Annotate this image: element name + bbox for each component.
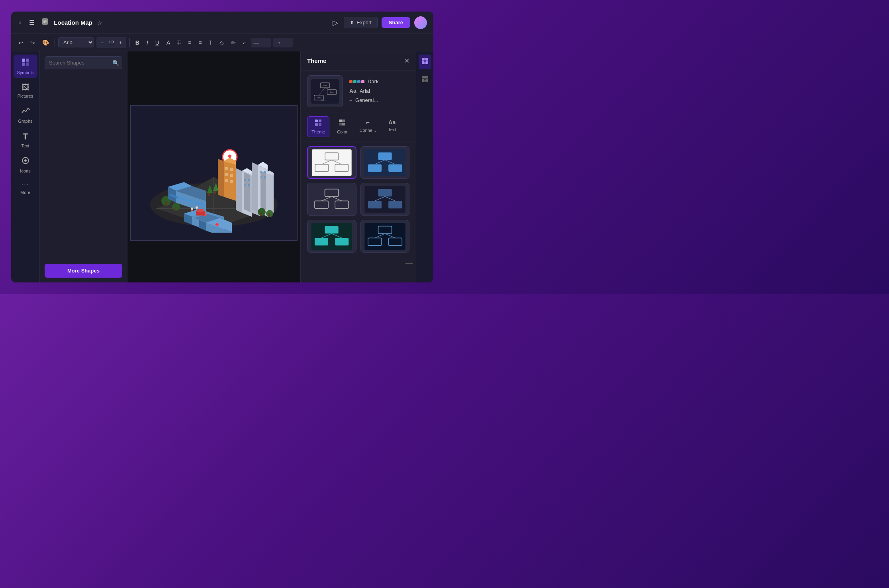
tab-connector-label: Conne... [360, 128, 376, 133]
svg-rect-48 [230, 168, 233, 171]
play-button[interactable]: ▷ [331, 17, 340, 29]
svg-rect-141 [425, 61, 428, 64]
left-sidebar: Symbols 🖼 Pictures Graphs T Text [11, 51, 40, 282]
svg-rect-68 [248, 184, 250, 186]
line-spacing-button[interactable]: ≡ [196, 38, 204, 47]
svg-rect-140 [422, 61, 425, 64]
tab-color[interactable]: Color [333, 116, 352, 137]
svg-rect-3 [43, 22, 45, 23]
svg-rect-65 [244, 179, 246, 181]
doc-title: Location Map [54, 19, 92, 26]
svg-rect-69 [260, 171, 262, 173]
font-size-increase[interactable]: + [117, 38, 125, 47]
shapes-spacer [40, 74, 127, 259]
text-style-button[interactable]: T [207, 38, 215, 47]
tab-text[interactable]: Aa Text [384, 116, 400, 137]
svg-rect-66 [248, 179, 250, 181]
font-size-decrease[interactable]: − [98, 38, 106, 47]
svg-rect-82 [214, 191, 216, 194]
location-pin [218, 150, 237, 201]
svg-marker-55 [236, 168, 242, 213]
corner-button[interactable]: ⌐ [241, 38, 249, 47]
tab-theme-label: Theme [311, 129, 325, 134]
theme-font-row: Aa Arial [349, 88, 378, 94]
bold-button[interactable]: B [133, 38, 142, 47]
header-left: ‹ ☰ Location Map ☆ [18, 17, 326, 28]
buildings-right [236, 162, 274, 217]
avatar [414, 16, 427, 29]
undo-button[interactable]: ↩ [16, 38, 25, 47]
icons-icon [21, 156, 30, 167]
tab-text-label: Text [388, 127, 396, 132]
canvas-area[interactable]: ✦ [127, 51, 300, 282]
text-icon: T [23, 131, 28, 142]
theme-card-5[interactable] [307, 220, 356, 253]
font-select[interactable]: Arial Helvetica Times New Roman [58, 37, 94, 47]
svg-rect-94 [315, 120, 318, 122]
tab-theme-icon [315, 119, 322, 128]
symbols-icon [21, 58, 30, 69]
panel-close-button[interactable]: ✕ [404, 57, 409, 65]
svg-rect-7 [26, 63, 29, 66]
export-button[interactable]: ⬆ Export [344, 17, 378, 28]
svg-rect-80 [208, 193, 210, 196]
star-icon: ☆ [97, 20, 102, 26]
theme-color-row: Dark [349, 78, 378, 84]
tab-connector[interactable]: ⌐ Conne... [355, 116, 381, 137]
svg-rect-95 [319, 120, 321, 122]
sidebar-item-symbols[interactable]: Symbols [14, 55, 37, 78]
line-style-button[interactable]: — [251, 38, 271, 47]
sidebar-item-icons[interactable]: Icons [14, 153, 37, 176]
svg-rect-1 [43, 20, 47, 21]
shape-button[interactable]: ◇ [217, 38, 226, 47]
paint-button[interactable]: 🎨 [40, 38, 51, 47]
font-color-button[interactable]: A [164, 38, 172, 47]
redo-button[interactable]: ↪ [28, 38, 37, 47]
header-right: ▷ ⬆ Export Share [331, 16, 427, 29]
theme-card-3[interactable] [307, 183, 356, 216]
toolbar: ↩ ↪ 🎨 Arial Helvetica Times New Roman − … [11, 34, 433, 51]
sidebar-item-more[interactable]: ··· More [14, 178, 37, 198]
search-button[interactable]: 🔍 [112, 60, 119, 66]
file-icon [41, 18, 49, 27]
svg-rect-143 [422, 79, 425, 82]
back-button[interactable]: ‹ [18, 18, 23, 28]
theme-card-2[interactable] [360, 146, 410, 179]
svg-rect-127 [325, 226, 339, 233]
svg-rect-71 [260, 176, 262, 178]
theme-card-4[interactable] [360, 183, 410, 216]
tab-theme[interactable]: Theme [307, 116, 329, 137]
right-icons-column [416, 51, 433, 282]
arrow-button[interactable]: → [273, 38, 293, 47]
menu-button[interactable]: ☰ [27, 17, 36, 28]
svg-rect-128 [315, 238, 328, 245]
share-button[interactable]: Share [382, 17, 410, 28]
sidebar-item-icons-label: Icons [20, 169, 30, 173]
sidebar-item-graphs[interactable]: Graphs [14, 103, 37, 127]
search-input[interactable] [45, 56, 122, 69]
italic-button[interactable]: I [144, 38, 151, 47]
svg-point-9 [24, 159, 27, 162]
sidebar-item-text[interactable]: T Text [14, 128, 37, 151]
more-shapes-button[interactable]: More Shapes [45, 264, 122, 278]
pen-button[interactable]: ✏ [229, 38, 238, 47]
theme-details: Dark Aa Arial ⌐ General... [349, 75, 378, 103]
theme-card-1[interactable] [307, 146, 356, 179]
underline-button[interactable]: U [153, 38, 162, 47]
svg-rect-98 [339, 120, 342, 122]
pictures-icon: 🖼 [22, 83, 29, 92]
layout-view-button[interactable] [419, 73, 431, 87]
sidebar-item-pictures[interactable]: 🖼 Pictures [14, 80, 37, 102]
svg-rect-4 [22, 59, 25, 62]
theme-card-6[interactable] [360, 220, 410, 253]
align-button[interactable]: ≡ [186, 38, 194, 47]
svg-rect-129 [335, 238, 349, 245]
strikethrough-button[interactable]: T̶ [175, 38, 183, 47]
svg-rect-121 [378, 189, 392, 197]
grid-view-button[interactable] [419, 55, 431, 69]
city-map-svg [144, 113, 284, 233]
svg-rect-111 [388, 164, 402, 172]
theme-cards [301, 141, 416, 257]
svg-text:text: text [330, 91, 334, 93]
main-area: Symbols 🖼 Pictures Graphs T Text [11, 51, 433, 282]
